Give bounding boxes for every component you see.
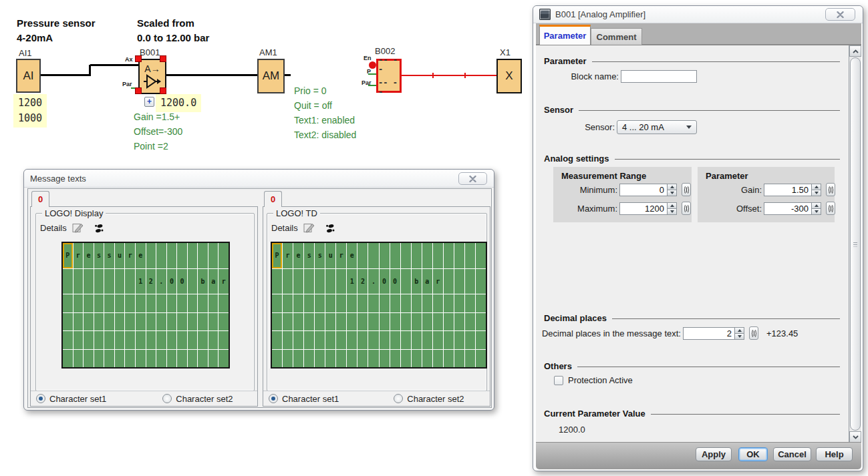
lcd-cell[interactable] <box>401 243 411 268</box>
tab-comment[interactable]: Comment <box>591 28 642 45</box>
lcd-cell[interactable]: e <box>84 243 94 268</box>
lcd-cell[interactable] <box>136 331 146 349</box>
lcd-cell[interactable] <box>465 313 475 331</box>
wire-ai1-out[interactable] <box>41 74 90 76</box>
lcd-cell[interactable] <box>336 294 346 312</box>
lcd-cell[interactable] <box>63 269 73 294</box>
lcd-cell[interactable] <box>476 350 486 368</box>
lcd-cell[interactable] <box>94 294 104 312</box>
lcd-cell[interactable] <box>272 331 282 349</box>
lcd-cell[interactable] <box>74 350 84 368</box>
lcd-cell[interactable] <box>283 294 293 312</box>
lcd-cell[interactable] <box>325 313 335 331</box>
lcd-cell[interactable] <box>336 313 346 331</box>
scroll-up-button[interactable] <box>849 45 861 57</box>
decimal-places-spinner[interactable] <box>735 327 744 340</box>
lcd-cell[interactable] <box>188 294 198 312</box>
lcd-cell[interactable]: u <box>115 243 125 268</box>
lcd-cell[interactable] <box>315 350 325 368</box>
lcd-cell[interactable] <box>444 294 454 312</box>
lcd-cell[interactable] <box>422 294 432 312</box>
lcd-cell[interactable]: P <box>272 243 282 268</box>
lcd-cell[interactable] <box>315 313 325 331</box>
lcd-cell[interactable]: s <box>304 243 314 268</box>
lcd-cell[interactable]: b <box>198 269 208 294</box>
lcd-cell[interactable] <box>167 243 177 268</box>
lcd-cell[interactable] <box>380 243 390 268</box>
lcd-cell[interactable] <box>219 294 229 312</box>
lcd-cell[interactable] <box>444 269 454 294</box>
lcd-cell[interactable] <box>476 269 486 294</box>
lcd-cell[interactable]: r <box>283 243 293 268</box>
lcd-cell[interactable] <box>84 331 94 349</box>
lcd-cell[interactable] <box>476 243 486 268</box>
lcd-cell[interactable] <box>125 350 135 368</box>
lcd-cell[interactable] <box>219 350 229 368</box>
lcd-cell[interactable] <box>272 313 282 331</box>
lcd-cell[interactable] <box>380 350 390 368</box>
lcd-cell[interactable] <box>412 331 422 349</box>
lcd-cell[interactable] <box>94 350 104 368</box>
help-button[interactable]: Help <box>816 447 853 461</box>
lcd-cell[interactable]: r <box>433 269 443 294</box>
lcd-cell[interactable] <box>347 350 357 368</box>
lcd-cell[interactable]: . <box>368 269 378 294</box>
lcd-cell[interactable] <box>136 294 146 312</box>
maximum-input[interactable] <box>619 202 668 215</box>
lcd-cell[interactable] <box>136 350 146 368</box>
lcd-cell[interactable] <box>454 313 464 331</box>
lcd-cell[interactable] <box>177 294 187 312</box>
sensor-dropdown[interactable]: 4 ... 20 mA <box>617 120 697 134</box>
block-x1[interactable]: X <box>496 59 522 93</box>
lcd-cell[interactable] <box>368 331 378 349</box>
protection-active-checkbox[interactable] <box>554 376 563 385</box>
block-ai1[interactable]: AI <box>16 59 41 93</box>
lcd-cell[interactable] <box>304 331 314 349</box>
lcd-cell[interactable] <box>390 350 400 368</box>
ok-button[interactable]: OK <box>738 447 768 461</box>
lcd-cell[interactable] <box>198 331 208 349</box>
lcd-cell[interactable] <box>422 350 432 368</box>
lcd-cell[interactable] <box>208 243 219 268</box>
lcd-cell[interactable] <box>476 313 486 331</box>
lcd-cell[interactable] <box>401 350 411 368</box>
lcd-cell[interactable] <box>347 313 357 331</box>
close-button[interactable] <box>825 8 855 21</box>
lcd-cell[interactable] <box>433 243 443 268</box>
lcd-cell[interactable] <box>368 313 378 331</box>
minimum-spinner[interactable] <box>668 184 677 196</box>
lcd-cell[interactable] <box>63 350 73 368</box>
lcd-cell[interactable]: e <box>347 243 357 268</box>
lcd-cell[interactable] <box>125 313 135 331</box>
radio-character-set2[interactable] <box>162 394 172 403</box>
lcd-cell[interactable] <box>347 331 357 349</box>
lcd-cell[interactable] <box>115 269 125 294</box>
lcd-cell[interactable] <box>390 243 400 268</box>
lcd-cell[interactable] <box>357 313 368 331</box>
lcd-cell[interactable] <box>283 269 293 294</box>
lcd-cell[interactable]: r <box>336 243 346 268</box>
lcd-cell[interactable]: . <box>156 269 166 294</box>
lcd-cell[interactable] <box>380 331 390 349</box>
lcd-cell[interactable] <box>177 313 187 331</box>
lcd-cell[interactable] <box>188 269 198 294</box>
lcd-cell[interactable] <box>304 350 314 368</box>
message-texts-titlebar[interactable]: Message texts <box>24 170 494 188</box>
lcd-cell[interactable] <box>315 269 325 294</box>
radio-character-set1[interactable] <box>36 394 45 403</box>
lcd-cell[interactable] <box>357 294 368 312</box>
lcd-cell[interactable] <box>146 350 156 368</box>
lcd-cell[interactable]: s <box>94 243 104 268</box>
lcd-cell[interactable] <box>115 313 125 331</box>
maximum-spinner[interactable] <box>668 202 677 215</box>
lcd-cell[interactable] <box>63 294 73 312</box>
lcd-cell[interactable] <box>380 313 390 331</box>
selection-handle[interactable] <box>135 87 142 94</box>
offset-reference-button[interactable] <box>826 202 835 215</box>
lcd-cell[interactable] <box>156 294 166 312</box>
lcd-cell[interactable] <box>63 331 73 349</box>
lcd-cell[interactable] <box>125 331 135 349</box>
lcd-cell[interactable]: P <box>63 243 73 268</box>
lcd-cell[interactable] <box>304 269 314 294</box>
lcd-cell[interactable] <box>198 294 208 312</box>
